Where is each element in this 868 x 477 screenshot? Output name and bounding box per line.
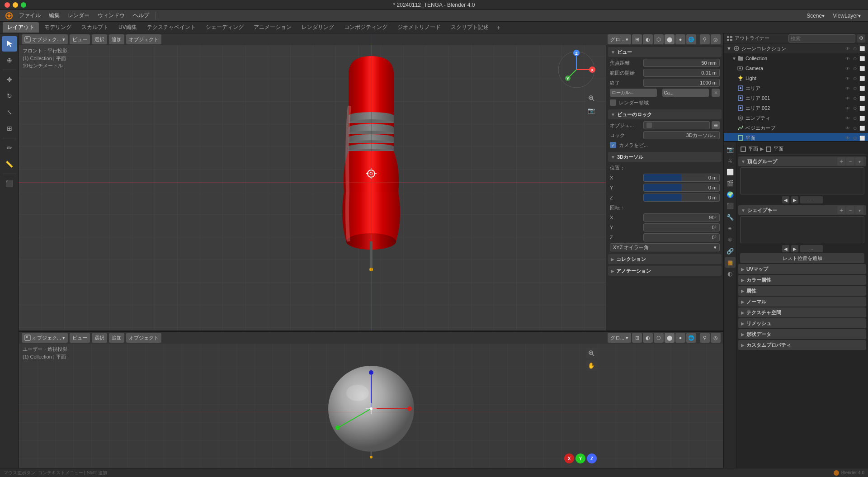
plane-vis-cam[interactable]: ⊙ xyxy=(852,136,858,141)
local-btn[interactable]: ローカル... xyxy=(610,89,657,97)
vg-next[interactable]: ▶ xyxy=(791,196,798,203)
outliner-item-plane[interactable]: 平面 👁 ⊙ ⬜ xyxy=(724,133,868,141)
texture-space-header[interactable]: ▶ テクスチャ空間 xyxy=(738,307,866,317)
area3-vis-eye[interactable]: 👁 xyxy=(844,106,851,111)
tool-add[interactable]: ⬛ xyxy=(2,176,17,191)
vg-extra-action[interactable]: … xyxy=(800,196,823,203)
menu-edit[interactable]: 編集 xyxy=(45,11,63,21)
hand-btn-bottom[interactable]: ✋ xyxy=(586,360,597,371)
zoom-to-selected[interactable] xyxy=(586,93,597,104)
sk-extra-action[interactable]: … xyxy=(800,245,823,252)
prop-particles-icon[interactable]: ⁕ xyxy=(725,223,736,234)
tool-move[interactable]: ✥ xyxy=(2,72,17,87)
n-section-viewlock-header[interactable]: ▼ ビューのロック xyxy=(608,109,722,119)
viewlayer-selector[interactable]: ViewLayer ▾ xyxy=(829,11,864,21)
tab-geonode[interactable]: ジオメトリノード xyxy=(393,22,445,33)
menu-window[interactable]: ウィンドウ xyxy=(94,11,128,21)
add-menu-bottom[interactable]: 追加 xyxy=(109,333,124,343)
area2-vis-cam[interactable]: ⊙ xyxy=(852,96,858,101)
tab-modeling[interactable]: モデリング xyxy=(40,22,76,33)
camera-btn[interactable]: Ca... xyxy=(662,89,709,97)
cam-vis-eye[interactable]: 👁 xyxy=(844,66,851,71)
menu-file[interactable]: ファイル xyxy=(15,11,44,21)
shading-render[interactable]: 🌐 xyxy=(686,34,696,44)
close-button[interactable] xyxy=(5,2,10,8)
outliner-filter-btn[interactable]: ⚙ xyxy=(857,34,865,43)
prop-render-icon[interactable]: 📷 xyxy=(725,144,736,155)
clip-end-field[interactable]: 1000 m xyxy=(643,79,720,87)
blender-logo[interactable] xyxy=(4,10,14,21)
lock-eyedrop[interactable]: ⊕ xyxy=(712,121,720,129)
prop-world-icon[interactable]: 🌍 xyxy=(725,189,736,200)
cam-vis-render[interactable]: ⬜ xyxy=(859,66,865,71)
shading-wire-bottom[interactable]: ⬡ xyxy=(654,333,664,343)
custom-prop-header[interactable]: ▶ カスタムプロパティ xyxy=(738,340,866,350)
outliner-item-empty[interactable]: エンプティ 👁 ⊙ ⬜ xyxy=(724,113,868,123)
empty-vis-cam[interactable]: ⊙ xyxy=(852,116,858,121)
menu-render[interactable]: レンダー xyxy=(64,11,93,21)
shading-wire[interactable]: ⬡ xyxy=(654,34,664,44)
plane-vis-eye[interactable]: 👁 xyxy=(844,136,851,141)
remesh-header[interactable]: ▶ リメッシュ xyxy=(738,318,866,328)
snapping-btn-bottom[interactable]: ⚲ xyxy=(700,333,710,343)
area-vis-eye[interactable]: 👁 xyxy=(844,86,851,91)
sk-next[interactable]: ▶ xyxy=(791,245,798,252)
focal-length-field[interactable]: 50 mm xyxy=(643,59,720,67)
vertex-group-header[interactable]: ▼ 頂点グループ + − ▾ xyxy=(738,156,866,166)
shading-solid-bottom[interactable]: ⬤ xyxy=(665,333,675,343)
n-section-annotation-header[interactable]: ▶ アノテーション xyxy=(608,266,722,276)
proportional-btn[interactable]: ◎ xyxy=(711,34,721,44)
color-attr-header[interactable]: ▶ カラー属性 xyxy=(738,275,866,285)
x-transform-btn[interactable]: X xyxy=(564,453,574,463)
proportional-btn-bottom[interactable]: ◎ xyxy=(711,333,721,343)
tool-rotate[interactable]: ↻ xyxy=(2,88,17,104)
tab-scripting[interactable]: スクリプト記述 xyxy=(446,22,493,33)
tab-texture[interactable]: テクスチャペイント xyxy=(142,22,200,33)
shading-solid[interactable]: ⬤ xyxy=(665,34,675,44)
clip-start-field[interactable]: 0.01 m xyxy=(643,69,720,77)
prop-output-icon[interactable]: 🖨 xyxy=(725,155,736,166)
cursor-x-field[interactable]: 0 m xyxy=(643,174,720,182)
sk-prev[interactable]: ◀ xyxy=(782,245,789,252)
shading-material-bottom[interactable]: ● xyxy=(675,333,685,343)
shading-material[interactable]: ● xyxy=(675,34,685,44)
prop-object-icon[interactable]: ⬛ xyxy=(725,200,736,211)
vg-add-btn[interactable]: + xyxy=(837,157,845,165)
n-section-collection-header[interactable]: ▶ コレクション xyxy=(608,254,722,264)
add-workspace[interactable]: + xyxy=(494,23,503,32)
tab-compositing[interactable]: コンポジティング xyxy=(340,22,392,33)
curve-vis-render[interactable]: ⬜ xyxy=(859,126,865,131)
xray-btn[interactable]: ◐ xyxy=(643,34,653,44)
attr-header[interactable]: ▶ 属性 xyxy=(738,286,866,296)
view-menu-bottom[interactable]: ビュー xyxy=(70,333,90,343)
overlay-btn-bottom[interactable]: ⊞ xyxy=(632,333,642,343)
curve-vis-eye[interactable]: 👁 xyxy=(844,126,851,131)
outliner-item-area1[interactable]: エリア 👁 ⊙ ⬜ xyxy=(724,83,868,93)
light-vis-cam[interactable]: ⊙ xyxy=(852,76,858,81)
camera-lock-checkbox[interactable]: ✓ xyxy=(610,142,616,148)
normal-header[interactable]: ▶ ノーマル xyxy=(738,297,866,307)
col-vis-render[interactable]: ⬜ xyxy=(859,56,865,61)
prop-modifier-icon[interactable]: 🔧 xyxy=(725,212,736,222)
tool-transform[interactable]: ⊞ xyxy=(2,121,17,136)
close-cam-btn[interactable]: ✕ xyxy=(712,89,720,97)
camera-view[interactable]: 📷 xyxy=(586,105,597,116)
plane-vis-render[interactable]: ⬜ xyxy=(859,136,865,141)
tool-scale[interactable]: ⤡ xyxy=(2,104,17,120)
curve-vis-cam[interactable]: ⊙ xyxy=(852,126,858,131)
prop-view-icon[interactable]: ⬜ xyxy=(725,166,736,177)
outliner-item-camera[interactable]: Camera 👁 ⊙ ⬜ xyxy=(724,63,868,73)
y-transform-btn[interactable]: Y xyxy=(576,453,585,463)
zoom-btn-bottom[interactable] xyxy=(586,348,597,359)
z-transform-btn[interactable]: Z xyxy=(587,453,597,463)
uv-map-header[interactable]: ▶ UVマップ xyxy=(738,264,866,274)
outliner-search[interactable] xyxy=(788,34,855,43)
view-menu-top[interactable]: ビュー xyxy=(70,34,90,44)
shape-data-header[interactable]: ▶ 形状データ xyxy=(738,329,866,339)
tool-annotate[interactable]: ✏ xyxy=(2,140,17,156)
tool-measure[interactable]: 📏 xyxy=(2,156,17,172)
cursor-rx-field[interactable]: 90° xyxy=(643,213,720,222)
prop-material-icon[interactable]: ◐ xyxy=(725,268,736,279)
col-vis-eye[interactable]: 👁 xyxy=(844,56,851,61)
cursor-y-field[interactable]: 0 m xyxy=(643,184,720,192)
